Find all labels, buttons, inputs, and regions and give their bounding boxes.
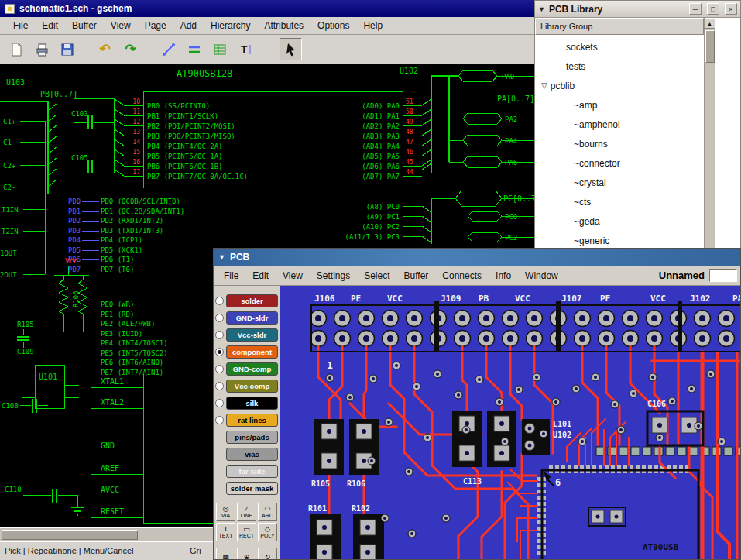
layer-active-radio[interactable] — [215, 382, 224, 390]
menu-item[interactable]: Hierarchy — [204, 19, 257, 33]
board-circle — [499, 451, 504, 455]
pcb-titlebar[interactable]: ▼ PCB — [214, 249, 740, 266]
layer-toggle-button[interactable]: component — [226, 345, 278, 359]
board-circle — [651, 315, 657, 321]
tool-button[interactable]: ▭ RECT — [237, 523, 256, 541]
status-grid-text: Gri — [190, 546, 201, 555]
menu-item[interactable]: Attributes — [257, 19, 310, 33]
add-bus-button[interactable] — [183, 38, 205, 60]
tool-button[interactable]: ↻ — [258, 548, 277, 559]
tool-button[interactable]: ∕ LINE — [237, 503, 256, 521]
board-circle — [363, 335, 369, 342]
add-component-button[interactable] — [208, 38, 231, 60]
select-pointer-button[interactable] — [280, 38, 302, 60]
layer-toggle-button[interactable]: silk — [226, 397, 278, 410]
tool-button[interactable]: T TEXT — [216, 523, 235, 541]
menu-item[interactable]: Buffer — [397, 269, 436, 283]
layer-active-radio[interactable] — [215, 399, 224, 407]
pcb-entry-box[interactable] — [709, 269, 737, 282]
scrollbar-thumb[interactable] — [2, 530, 138, 540]
layer-toggle-button[interactable]: far side — [226, 465, 278, 478]
layer-active-radio[interactable] — [215, 348, 224, 356]
schematic-text: T2IN — [2, 228, 19, 235]
layer-active-radio[interactable] — [215, 365, 224, 373]
schematic-text: PB3 (PDO/PCINT3/MISO) — [147, 132, 235, 140]
library-tree-item[interactable]: ~amphenol — [535, 115, 704, 134]
layer-toggle-button[interactable]: pins/pads — [226, 431, 278, 444]
menu-item[interactable]: View — [276, 269, 310, 283]
tool-button[interactable]: ◠ ARC — [258, 503, 277, 521]
maximize-button[interactable]: □ — [707, 3, 719, 15]
layer-row: GND-sldr — [215, 309, 278, 326]
library-tree-item[interactable]: ~bourns — [535, 134, 704, 153]
scrollbar-thumb[interactable] — [705, 30, 715, 63]
menu-item[interactable]: Add — [173, 19, 204, 33]
add-text-button[interactable]: T — [234, 38, 256, 60]
board-circle — [657, 423, 662, 428]
menu-item[interactable]: File — [217, 269, 245, 283]
menu-item[interactable]: Settings — [310, 269, 357, 283]
menu-item[interactable]: Options — [310, 19, 356, 33]
library-tree-item[interactable]: ~amp — [535, 95, 704, 115]
library-vscrollbar[interactable]: ▲ — [704, 18, 715, 258]
window-menu-icon[interactable]: ▼ — [538, 5, 545, 13]
schematic-text: 44 — [406, 169, 413, 176]
menu-item[interactable]: Help — [356, 19, 389, 33]
layer-toggle-button[interactable]: Vcc-comp — [226, 380, 278, 393]
redo-button[interactable]: ↷ — [119, 38, 142, 60]
layer-toggle-button[interactable]: GND-sldr — [226, 311, 278, 325]
layer-toggle-button[interactable]: solder — [226, 294, 278, 307]
layer-active-radio[interactable] — [215, 331, 224, 339]
layer-toggle-button[interactable]: GND-comp — [226, 362, 278, 376]
menu-item[interactable]: Info — [489, 269, 518, 283]
board-text: VCC — [650, 294, 666, 304]
library-tree-item[interactable]: ~cts — [535, 192, 704, 211]
board-circle — [528, 427, 532, 431]
layer-active-radio[interactable] — [215, 297, 224, 305]
layer-toggle-button[interactable]: rat lines — [226, 414, 278, 427]
library-tree-item[interactable]: ~connector — [535, 153, 704, 173]
close-button[interactable]: × — [725, 3, 737, 15]
layer-active-radio[interactable] — [215, 314, 224, 322]
board-circle — [528, 444, 532, 448]
tool-button[interactable]: ◎ VIA — [216, 503, 235, 521]
gschem-titlebar[interactable]: schematic1.sch - gschem — [0, 0, 534, 17]
layer-toggle-button[interactable]: solder mask — [226, 482, 278, 495]
layer-active-radio[interactable] — [215, 416, 224, 424]
library-tree-item[interactable]: tests — [535, 57, 704, 76]
scroll-up-icon[interactable]: ▲ — [705, 18, 715, 29]
save-button[interactable] — [56, 38, 78, 60]
library-preview-pane — [715, 18, 740, 258]
library-group-header[interactable]: Library Group — [535, 18, 704, 35]
menu-item[interactable]: Select — [357, 269, 396, 283]
pcb-canvas[interactable]: J106PEVCCJ109PBVCCJ107PFVCCJ102PA1R105R1… — [280, 286, 740, 559]
menu-item[interactable]: Page — [138, 19, 173, 33]
add-net-button[interactable] — [157, 38, 180, 60]
new-file-button[interactable] — [5, 38, 27, 60]
add-net-icon — [161, 42, 177, 57]
menu-item[interactable]: View — [104, 19, 138, 33]
tool-button[interactable]: ▦ — [216, 548, 235, 559]
print-button[interactable] — [30, 38, 53, 60]
board-text: AT90USB — [643, 542, 679, 552]
menu-item[interactable]: Edit — [245, 269, 276, 283]
menu-item[interactable]: Connects — [435, 269, 489, 283]
window-menu-icon[interactable]: ▼ — [218, 253, 225, 261]
undo-button[interactable]: ↶ — [94, 38, 116, 60]
minimize-button[interactable]: ─ — [689, 3, 702, 15]
tool-button[interactable]: ◇ POLY — [258, 523, 277, 541]
library-tree-item[interactable]: ▽ pcblib — [535, 76, 704, 95]
menu-item[interactable]: Window — [518, 269, 565, 283]
layer-toggle-button[interactable]: Vcc-sldr — [226, 328, 278, 342]
menu-item[interactable]: File — [6, 19, 35, 33]
library-tree-item[interactable]: ~crystal — [535, 173, 704, 192]
library-titlebar[interactable]: ▼ PCB Library ─ □ × — [535, 1, 740, 18]
menu-item[interactable]: Edit — [35, 19, 65, 33]
tool-button[interactable]: ⊕ — [237, 548, 256, 559]
tool-icon: ⊕ — [244, 553, 250, 559]
tree-expander-icon[interactable]: ▽ — [541, 81, 547, 90]
library-tree-item[interactable]: sockets — [535, 37, 704, 57]
layer-toggle-button[interactable]: vias — [226, 448, 278, 461]
menu-item[interactable]: Buffer — [65, 19, 104, 33]
library-tree-item[interactable]: ~geda — [535, 211, 704, 231]
